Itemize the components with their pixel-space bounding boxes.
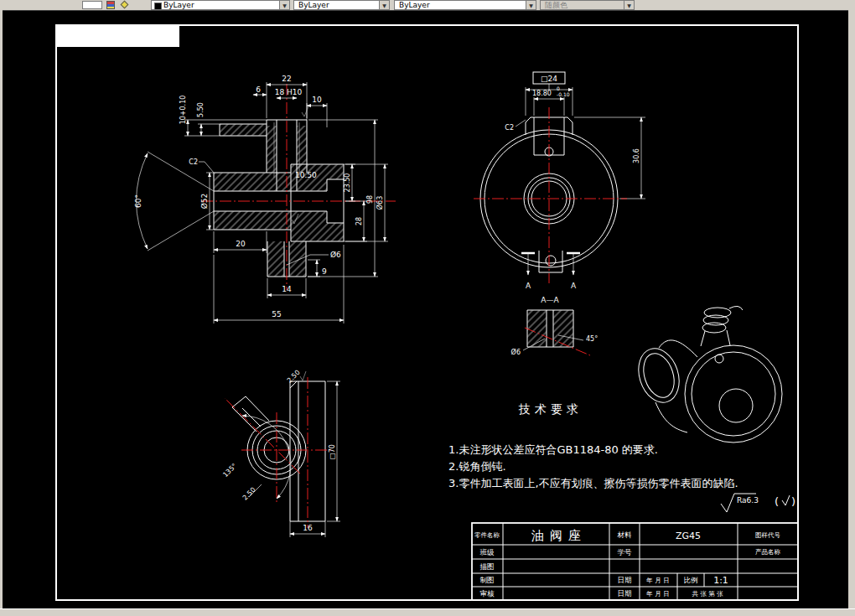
material-label: 材料 bbox=[617, 531, 633, 539]
cad-application-window: 22 6 18 H10 10 10+0.10 5.50 Ø52 60° C2 2 bbox=[0, 0, 855, 616]
dim-18-80-tol-lower: -0.10 bbox=[557, 91, 570, 97]
plot-style-combobox-value: 随颜色 bbox=[545, 1, 567, 9]
status-strip bbox=[0, 608, 855, 616]
section-title: A—A bbox=[541, 296, 559, 304]
dim-10-tolerance: 10+0.10 bbox=[179, 96, 187, 125]
chamfer-label-front: C2 bbox=[189, 158, 198, 166]
dim-bore-18h10: 18 H10 bbox=[275, 88, 303, 96]
dim-23-50: 23.50 bbox=[344, 173, 351, 193]
lineweight-combobox[interactable]: ByLayer ▼ bbox=[394, 0, 536, 10]
dim-boss-width: 22 bbox=[282, 75, 291, 83]
chevron-down-icon[interactable]: ▼ bbox=[279, 1, 289, 9]
dim-5-50: 5.50 bbox=[197, 102, 205, 117]
drawing-area[interactable]: 22 6 18 H10 10 10+0.10 5.50 Ø52 60° C2 2 bbox=[0, 0, 855, 616]
part-name: 油阀座 bbox=[531, 528, 587, 543]
dim-sq70: □70 bbox=[329, 444, 336, 459]
color-combobox-value: ByLayer bbox=[163, 1, 194, 9]
scale-value: 1:1 bbox=[713, 575, 728, 586]
dim-10: 10 bbox=[312, 96, 322, 104]
scale-label: 比例 bbox=[684, 576, 698, 584]
dim-16: 16 bbox=[303, 524, 313, 532]
color-combobox[interactable]: ByLayer ▼ bbox=[151, 0, 290, 10]
student-id-label: 学号 bbox=[618, 548, 633, 556]
right-chrome-strip[interactable] bbox=[848, 10, 855, 608]
paren-close: ) bbox=[791, 495, 795, 508]
roughness-value: Ra6.3 bbox=[737, 496, 759, 505]
dim-20: 20 bbox=[236, 240, 246, 248]
dim-30-6: 30.6 bbox=[633, 148, 640, 163]
date-value-1: 年 月 日 bbox=[645, 577, 669, 584]
linetype-combobox-value: ByLayer bbox=[298, 1, 329, 9]
paren-open: ( bbox=[775, 495, 779, 508]
date-value-2: 年 月 日 bbox=[645, 590, 669, 598]
dim-dia6-hole: Ø6 bbox=[330, 251, 341, 259]
chevron-down-icon: ▼ bbox=[624, 1, 634, 9]
tracing-label: 描图 bbox=[480, 562, 495, 571]
dim-sq24: □24 bbox=[541, 75, 557, 83]
color-swatch bbox=[154, 3, 162, 10]
audit-label: 审核 bbox=[480, 589, 495, 598]
sheet-info: 共 张 第 张 bbox=[692, 590, 723, 598]
dim-angle-60: 60° bbox=[134, 194, 142, 208]
left-chrome-strip bbox=[0, 10, 3, 608]
lineweight-combobox-value: ByLayer bbox=[399, 1, 430, 9]
object-properties-toolbar: ByLayer ▼ ByLayer ▼ ByLayer ▼ 随颜色 ▼ bbox=[0, 0, 855, 11]
date-label-1: 日期 bbox=[618, 576, 632, 584]
material-value: ZG45 bbox=[676, 531, 701, 541]
section-arrow-label-left: A bbox=[526, 282, 531, 290]
part-name-label: 零件名称 bbox=[474, 531, 500, 539]
dim-9: 9 bbox=[322, 267, 327, 276]
dim-18-80-tol-upper: 0 bbox=[557, 85, 560, 91]
layers-icon[interactable] bbox=[106, 1, 115, 9]
dim-55: 55 bbox=[272, 310, 281, 318]
dim-section-dia6: Ø6 bbox=[511, 348, 521, 356]
layer-state-icon[interactable] bbox=[121, 1, 129, 9]
section-arrow-label-right: A bbox=[571, 282, 577, 290]
tech-req-item-3: 3.零件加工表面上,不应有划痕、擦伤等损伤零件表面的缺陷. bbox=[448, 477, 738, 489]
dim-14: 14 bbox=[282, 285, 292, 293]
drawing-no-label: 图样代号 bbox=[755, 531, 781, 539]
tech-req-title: 技术要求 bbox=[518, 402, 583, 416]
dim-section-45: 45° bbox=[586, 335, 598, 343]
dim-dia63: Ø63 bbox=[376, 196, 384, 210]
linetype-combobox[interactable]: ByLayer ▼ bbox=[293, 0, 390, 10]
drafting-label: 制图 bbox=[480, 576, 495, 584]
product-name-label: 产品名称 bbox=[755, 548, 781, 556]
dim-18-80: 18.80 bbox=[532, 90, 552, 97]
chevron-down-icon[interactable]: ▼ bbox=[526, 1, 536, 9]
dim-98: 98 bbox=[366, 195, 374, 204]
toolbar-field[interactable] bbox=[82, 1, 102, 9]
chevron-down-icon[interactable]: ▼ bbox=[379, 1, 389, 9]
model-space-canvas[interactable] bbox=[3, 10, 848, 608]
chamfer-label-side: C2 bbox=[505, 124, 514, 132]
dim-step-width: 6 bbox=[256, 85, 261, 94]
dim-28: 28 bbox=[355, 217, 363, 225]
class-label: 班级 bbox=[480, 548, 495, 556]
frame-corner-block bbox=[57, 26, 179, 47]
date-label-2: 日期 bbox=[618, 589, 632, 598]
tech-req-item-1: 1.未注形状公差应符合GB1184-80 的要求. bbox=[448, 443, 658, 456]
dim-dia52: Ø52 bbox=[200, 194, 209, 210]
dim-10-50: 10.50 bbox=[295, 171, 317, 179]
tech-req-item-2: 2.锐角倒钝. bbox=[448, 460, 506, 473]
plot-style-combobox: 随颜色 ▼ bbox=[540, 0, 635, 10]
